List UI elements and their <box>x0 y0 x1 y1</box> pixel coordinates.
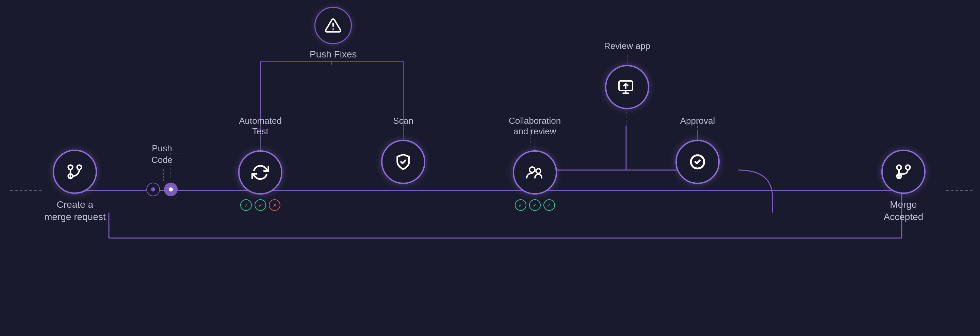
push-code-dot-2[interactable] <box>164 182 178 196</box>
shield-icon <box>395 153 412 171</box>
node-collab-review[interactable]: Collaborationand review ✓ ✓ ✓ <box>509 116 561 211</box>
push-code-dashed-v <box>163 170 178 181</box>
pipeline-container: Create a merge request PushCode Push <box>0 0 980 336</box>
node-push-fixes[interactable]: Push Fixes <box>310 7 357 60</box>
svg-point-25 <box>536 169 541 173</box>
approval-label-top: Approval <box>680 116 715 126</box>
automated-test-label-top: AutomatedTest <box>239 116 282 137</box>
node-scan[interactable]: Scan <box>381 116 425 184</box>
checkmark-icon <box>689 153 706 171</box>
review-app-circle[interactable] <box>605 65 649 109</box>
collab-review-dashed <box>535 140 535 150</box>
automated-test-circle[interactable] <box>238 150 282 195</box>
svg-point-24 <box>530 167 535 173</box>
warning-icon <box>325 17 342 34</box>
review-app-dashed <box>627 55 627 65</box>
push-code-dot-1[interactable] <box>146 182 160 196</box>
node-review-app[interactable]: Review app <box>604 41 650 109</box>
approval-dashed <box>697 130 698 140</box>
collab-status: ✓ ✓ ✓ <box>515 199 555 211</box>
scan-dashed <box>403 130 404 140</box>
status-check-4: ✓ <box>529 199 541 211</box>
node-merge-accepted[interactable]: MergeAccepted <box>881 150 926 223</box>
create-mr-label: Create a merge request <box>44 199 106 223</box>
users-icon <box>525 163 544 181</box>
push-code-dot-2-fill <box>169 187 173 192</box>
status-check-1: ✓ <box>240 199 252 211</box>
push-fixes-label: Push Fixes <box>310 48 357 60</box>
node-approval[interactable]: Approval <box>675 116 720 184</box>
merge-accepted-label: MergeAccepted <box>884 199 924 223</box>
scan-circle[interactable] <box>381 140 425 184</box>
collab-review-circle[interactable] <box>513 150 557 195</box>
status-check-3: ✓ <box>515 199 527 211</box>
push-code-label: PushCode <box>146 143 178 166</box>
node-automated-test[interactable]: AutomatedTest ✓ ✓ ✕ <box>238 116 282 211</box>
approval-circle[interactable] <box>675 140 720 184</box>
create-mr-circle[interactable] <box>53 150 97 194</box>
push-code-dot-1-fill <box>151 187 155 192</box>
status-check-2: ✓ <box>255 199 266 211</box>
automated-test-status: ✓ ✓ ✕ <box>240 199 280 211</box>
review-app-label-top: Review app <box>604 41 650 51</box>
merge-icon <box>66 163 84 181</box>
scan-label-top: Scan <box>393 116 413 126</box>
merge-accepted-circle[interactable] <box>881 150 926 194</box>
node-create-mr[interactable]: Create a merge request <box>44 150 106 223</box>
status-check-5: ✓ <box>543 199 555 211</box>
automated-test-dashed <box>260 140 261 150</box>
monitor-icon <box>617 78 637 96</box>
collab-review-label-top: Collaborationand review <box>509 116 561 137</box>
status-x-1: ✕ <box>269 199 280 211</box>
git-icon <box>894 163 912 181</box>
refresh-icon <box>251 163 269 181</box>
push-code-group: PushCode <box>146 143 178 196</box>
push-fixes-circle[interactable] <box>314 7 352 44</box>
